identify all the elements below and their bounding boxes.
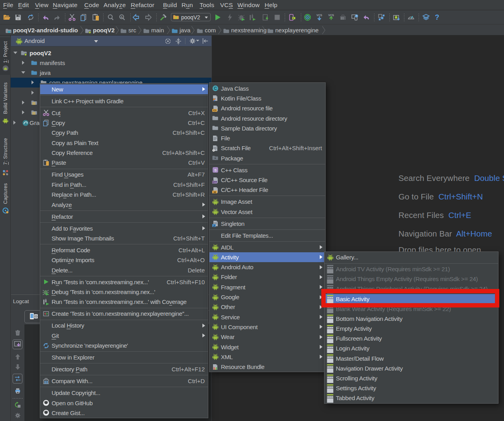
svg-text:<>: <> (213, 109, 217, 112)
svg-text:?: ? (435, 13, 439, 21)
svg-text:C: C (214, 86, 217, 91)
svg-text:J: J (213, 224, 215, 227)
svg-text:A: A (120, 15, 123, 19)
svg-text:C++: C++ (213, 181, 217, 183)
svg-text:H: H (213, 190, 216, 194)
svg-text:S: S (214, 168, 217, 172)
svg-text:VCS: VCS (317, 14, 322, 17)
svg-text:VCS: VCS (328, 14, 334, 17)
